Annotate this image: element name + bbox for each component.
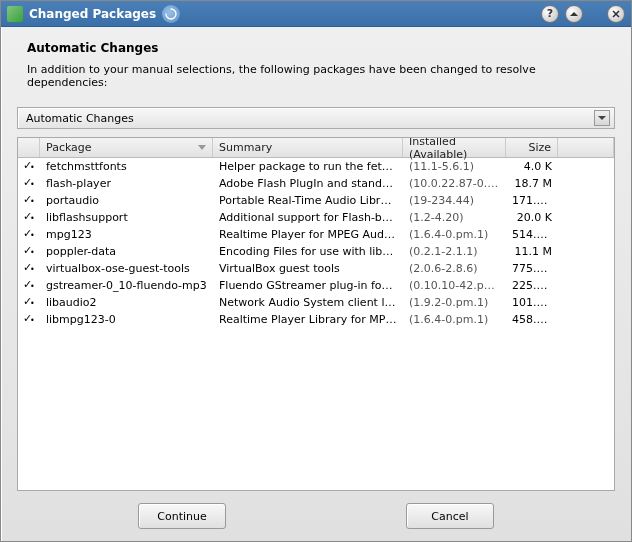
cell-installed: (19-234.44) [403,193,506,208]
table-row[interactable]: gstreamer-0_10-fluendo-mp3Fluendo GStrea… [18,277,614,294]
table-row[interactable]: libaudio2Network Audio System client lib… [18,294,614,311]
window-title: Changed Packages [29,7,156,21]
cell-installed: (10.0.22.87-0.1.1) [403,176,506,191]
cell-package: flash-player [40,176,213,191]
status-icon [18,195,40,207]
cell-pad [558,319,614,321]
cell-size: 171.0 K [506,193,558,208]
cell-installed: (0.10.10-42.pm.1) [403,278,506,293]
status-icon [18,263,40,275]
cell-size: 225.0 K [506,278,558,293]
cell-installed: (11.1-5.6.1) [403,159,506,174]
cell-installed: (2.0.6-2.8.6) [403,261,506,276]
page-heading: Automatic Changes [27,41,615,55]
cell-pad [558,268,614,270]
table-row[interactable]: libmpg123-0Realtime Player Library for M… [18,311,614,328]
cell-installed: (1.6.4-0.pm.1) [403,227,506,242]
cell-summary: Encoding Files for use with libpoppler [213,244,403,259]
status-icon [18,229,40,241]
cell-pad [558,302,614,304]
footer: Continue Cancel [17,491,615,529]
col-header-pad [558,138,614,157]
cell-size: 4.0 K [506,159,558,174]
cell-installed: (1.2-4.20) [403,210,506,225]
cell-installed: (1.9.2-0.pm.1) [403,295,506,310]
cell-pad [558,166,614,168]
cell-size: 20.0 K [506,210,558,225]
package-table: Package Summary Installed (Available) Si… [17,137,615,491]
status-icon [18,280,40,292]
col-header-installed[interactable]: Installed (Available) [403,138,506,157]
cell-summary: Portable Real-Time Audio Library [213,193,403,208]
cell-package: virtualbox-ose-guest-tools [40,261,213,276]
cell-package: libflashsupport [40,210,213,225]
status-icon [18,161,40,173]
cell-size: 101.0 K [506,295,558,310]
category-combo[interactable]: Automatic Changes [17,107,615,129]
cell-package: poppler-data [40,244,213,259]
cell-summary: VirtualBox guest tools [213,261,403,276]
cell-summary: Additional support for Flash-based … [213,210,403,225]
col-header-summary[interactable]: Summary [213,138,403,157]
app-icon [7,6,23,22]
cell-pad [558,285,614,287]
col-header-package[interactable]: Package [40,138,213,157]
continue-button[interactable]: Continue [138,503,226,529]
cell-pad [558,217,614,219]
table-row[interactable]: flash-playerAdobe Flash PlugIn and stand… [18,175,614,192]
content-area: Automatic Changes In addition to your ma… [1,27,631,541]
cell-package: gstreamer-0_10-fluendo-mp3 [40,278,213,293]
cell-pad [558,183,614,185]
table-row[interactable]: virtualbox-ose-guest-toolsVirtualBox gue… [18,260,614,277]
cell-summary: Network Audio System client library [213,295,403,310]
cell-summary: Realtime Player for MPEG Audio L… [213,227,403,242]
col-header-status[interactable] [18,138,40,157]
table-row[interactable]: fetchmsttfontsHelper package to run the … [18,158,614,175]
status-icon [18,178,40,190]
app-swirl-icon [162,5,180,23]
table-header: Package Summary Installed (Available) Si… [18,138,614,158]
cell-package: libmpg123-0 [40,312,213,327]
cell-size: 514.0 K [506,227,558,242]
table-body: fetchmsttfontsHelper package to run the … [18,158,614,490]
close-button[interactable] [607,5,625,23]
table-row[interactable]: libflashsupportAdditional support for Fl… [18,209,614,226]
status-icon [18,246,40,258]
status-icon [18,297,40,309]
status-icon [18,212,40,224]
cell-pad [558,200,614,202]
cell-package: portaudio [40,193,213,208]
cell-installed: (1.6.4-0.pm.1) [403,312,506,327]
cell-pad [558,234,614,236]
window: Changed Packages ? Automatic Changes In … [0,0,632,542]
table-row[interactable]: mpg123Realtime Player for MPEG Audio L…(… [18,226,614,243]
table-row[interactable]: portaudioPortable Real-Time Audio Librar… [18,192,614,209]
chevron-down-icon[interactable] [594,110,610,126]
cancel-button[interactable]: Cancel [406,503,494,529]
cell-installed: (0.2.1-2.1.1) [403,244,506,259]
cell-size: 11.1 M [506,244,558,259]
cell-package: mpg123 [40,227,213,242]
cell-package: libaudio2 [40,295,213,310]
cell-summary: Adobe Flash PlugIn and standalone… [213,176,403,191]
cell-pad [558,251,614,253]
cell-summary: Fluendo GStreamer plug-in for mp3… [213,278,403,293]
cell-size: 458.0 K [506,312,558,327]
col-header-size[interactable]: Size [506,138,558,157]
cell-summary: Helper package to run the fetchmst… [213,159,403,174]
titlebar: Changed Packages ? [1,1,631,27]
help-button[interactable]: ? [541,5,559,23]
page-subtext: In addition to your manual selections, t… [27,63,615,89]
cell-size: 18.7 M [506,176,558,191]
cell-size: 775.0 K [506,261,558,276]
cell-package: fetchmsttfonts [40,159,213,174]
status-icon [18,314,40,326]
combo-label: Automatic Changes [26,112,594,125]
rollup-button[interactable] [565,5,583,23]
table-row[interactable]: poppler-dataEncoding Files for use with … [18,243,614,260]
cell-summary: Realtime Player Library for MPEG … [213,312,403,327]
